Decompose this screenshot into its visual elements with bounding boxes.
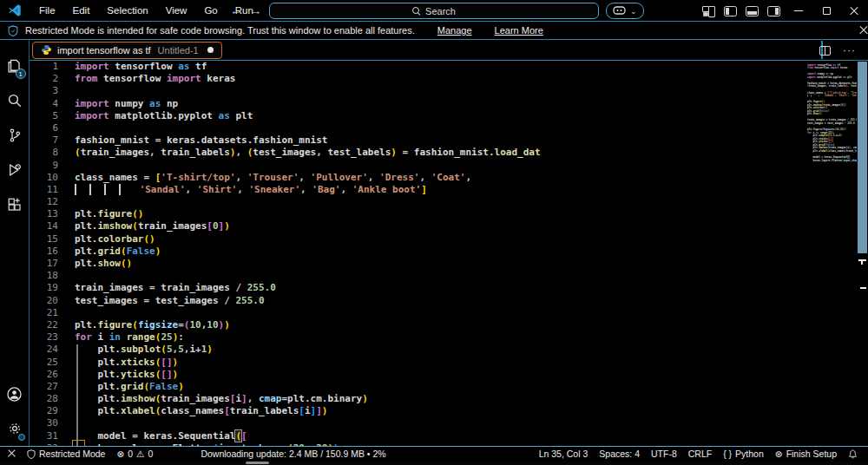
code-line-16[interactable]: 16plt.grid(False) (30, 246, 806, 258)
minimap[interactable]: 1import tensorflow as tf2from tensorflow… (806, 61, 857, 446)
line-number: 19 (30, 282, 75, 294)
banner-manage-link[interactable]: Manage (437, 25, 472, 36)
problems-status[interactable]: ⊗ 0 ⚠ 0 (116, 449, 153, 459)
notifications-bell[interactable] (848, 449, 858, 459)
code-line-8: 8(train_images, train_labels), (test_ima… (807, 85, 857, 88)
tab-title: import tensorflow as tf (57, 45, 151, 56)
code-line-25[interactable]: 25 plt.xticks([]) (30, 357, 806, 369)
braces-icon: { } (723, 449, 732, 459)
maximize-button[interactable] (812, 0, 840, 22)
toggle-sidebar-icon[interactable] (724, 6, 737, 16)
remote-indicator[interactable] (8, 450, 16, 458)
code-line-28[interactable]: 28 plt.imshow(train_images[i], cmap=plt.… (30, 393, 806, 405)
sidebar-item-search[interactable] (0, 83, 30, 118)
restricted-mode-status[interactable]: Restricted Mode (27, 449, 105, 459)
line-number: 26 (30, 369, 75, 381)
sidebar-item-explorer[interactable]: 1 (0, 49, 30, 83)
bracket-scope-guide (72, 440, 85, 446)
code-line-2[interactable]: 2from tensorflow import keras (30, 73, 806, 85)
code-line-17[interactable]: 17plt.show() (30, 258, 806, 270)
toggle-secondary-sidebar-icon[interactable] (767, 6, 780, 16)
modified-indicator-dot[interactable] (207, 47, 214, 53)
code-line-27[interactable]: 27 plt.grid(False) (30, 381, 806, 393)
encoding-status[interactable]: UTF-8 (651, 449, 677, 459)
search-view-icon (7, 93, 23, 108)
code-line-11[interactable]: 11 'Sandal', 'Shirt', 'Sneaker', 'Bag', … (30, 184, 806, 196)
eol-status[interactable]: CRLF (688, 449, 712, 459)
code-line-21[interactable]: 21 (30, 307, 806, 319)
menu-selection[interactable]: Selection (100, 3, 155, 17)
close-window-button[interactable] (840, 0, 868, 22)
code-area[interactable]: 1import tensorflow as tf2from tensorflow… (30, 61, 806, 446)
minimize-button[interactable] (785, 0, 812, 22)
line-number: 31 (30, 430, 75, 442)
menu-file[interactable]: File (32, 3, 62, 17)
line-number: 20 (30, 295, 75, 307)
source-control-icon (7, 128, 23, 143)
code-line-29[interactable]: 29 plt.xlabel(class_names[train_labels[i… (30, 405, 806, 417)
menu-edit[interactable]: Edit (66, 3, 97, 17)
line-number: 6 (30, 122, 75, 134)
customize-layout-icon[interactable] (702, 6, 715, 16)
indentation-status[interactable]: Spaces: 4 (599, 449, 640, 459)
split-editor-icon[interactable] (819, 46, 831, 56)
vertical-scrollbar[interactable] (857, 61, 868, 446)
code-line-5: 5import matplotlib.pyplot as plt (807, 75, 857, 79)
nav-forward-icon[interactable]: → (250, 4, 261, 17)
line-number: 21 (30, 307, 75, 319)
code-line-3[interactable]: 3 (30, 85, 806, 97)
code-line-10[interactable]: 10class_names = ['T-shirt/top', 'Trouser… (30, 172, 806, 184)
code-line-13[interactable]: 13plt.figure() (30, 208, 806, 220)
code-line-26[interactable]: 26 plt.yticks([]) (30, 369, 806, 381)
code-line-20[interactable]: 20test_images = test_images / 255.0 (30, 295, 806, 307)
code-line-6[interactable]: 6 (30, 122, 806, 134)
editor-more-actions-icon[interactable]: ··· (843, 44, 856, 56)
editor[interactable]: 1import tensorflow as tf2from tensorflow… (30, 61, 868, 446)
code-line-22[interactable]: 22plt.figure(figsize=(10,10)) (30, 319, 806, 331)
finish-setup-button[interactable]: ⊛ Finish Setup (775, 449, 837, 459)
code-line-5[interactable]: 5import matplotlib.pyplot as plt (30, 110, 806, 122)
tab-untitled-1[interactable]: import tensorflow as tf Untitled-1 (32, 42, 222, 59)
nav-back-icon[interactable]: ← (230, 4, 241, 17)
download-progress: Downloading update: 2.4 MB / 150.9 MB • … (201, 449, 385, 459)
overview-ruler-mark (858, 259, 866, 261)
code-line-19[interactable]: 19train_images = train_images / 255.0 (30, 282, 806, 294)
line-number: 17 (30, 258, 75, 270)
line-number: 4 (30, 98, 75, 110)
sidebar-item-extensions[interactable] (0, 187, 30, 222)
banner-learn-more-link[interactable]: Learn More (495, 25, 543, 36)
line-number: 28 (30, 393, 75, 405)
toggle-panel-icon[interactable] (746, 6, 759, 16)
code-line-23[interactable]: 23for i in range(25): (30, 331, 806, 344)
horizontal-scrollbar-thumb[interactable] (246, 462, 269, 464)
code-line-18[interactable]: 18 (30, 270, 806, 282)
sidebar-item-run-debug[interactable] (0, 153, 30, 187)
code-line-12[interactable]: 12 (30, 196, 806, 208)
code-line-30[interactable]: 30 (30, 417, 806, 429)
sidebar-item-source-control[interactable] (0, 118, 30, 153)
code-line-24[interactable]: 24 plt.subplot(5,5,i+1) (30, 344, 806, 356)
code-line-32[interactable]: 32 keras.layers.Flatten(input_shape=(28,… (30, 442, 806, 446)
shield-icon (8, 25, 18, 36)
code-line-14[interactable]: 14plt.imshow(train_images[0]) (30, 220, 806, 232)
cursor-position[interactable]: Ln 35, Col 3 (539, 449, 589, 459)
remote-icon (8, 450, 16, 458)
line-number: 7 (30, 134, 75, 147)
menu-go[interactable]: Go (197, 3, 224, 17)
accounts-button[interactable] (0, 377, 30, 411)
restricted-mode-banner: Restricted Mode is intended for safe cod… (0, 22, 868, 40)
code-line-1[interactable]: 1import tensorflow as tf (30, 61, 806, 73)
code-line-15[interactable]: 15plt.colorbar() (30, 233, 806, 246)
copilot-button[interactable]: ⌄ (606, 3, 644, 19)
language-status[interactable]: { } Python (723, 449, 764, 459)
line-number: 22 (30, 319, 75, 331)
menu-view[interactable]: View (159, 3, 194, 17)
scrollbar-thumb[interactable] (858, 62, 867, 253)
code-line-7[interactable]: 7fashion_mnist = keras.datasets.fashion_… (30, 134, 806, 147)
search-input[interactable]: Search (269, 3, 599, 19)
settings-button[interactable] (0, 411, 30, 446)
code-line-8[interactable]: 8(train_images, train_labels), (test_ima… (30, 147, 806, 159)
code-line-31[interactable]: 31 model = keras.Sequential([ (30, 430, 806, 442)
code-line-9[interactable]: 9 (30, 160, 806, 172)
code-line-4[interactable]: 4import numpy as np (30, 98, 806, 110)
